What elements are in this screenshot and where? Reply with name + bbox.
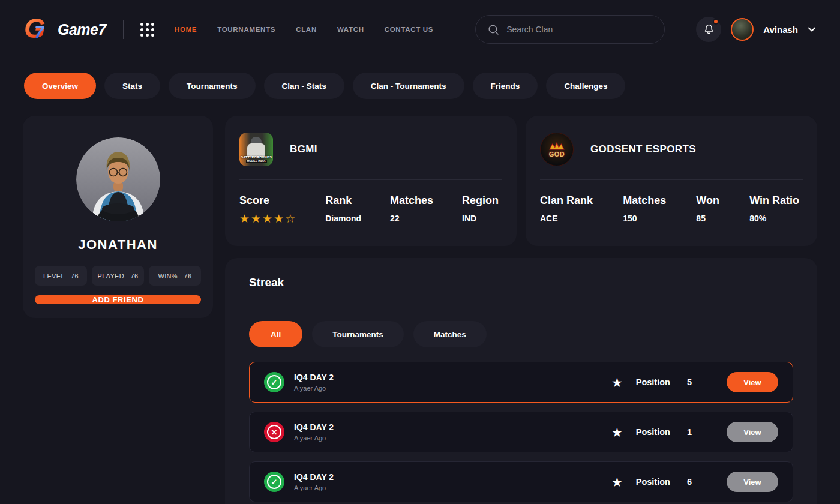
filter-matches[interactable]: Matches	[413, 321, 487, 347]
nav-link-clan[interactable]: CLAN	[296, 26, 317, 33]
notifications-button[interactable]	[696, 17, 721, 42]
filter-all[interactable]: All	[249, 321, 302, 347]
position-value: 5	[687, 377, 692, 387]
brand-wordmark: Game7	[58, 21, 106, 38]
stat-label: Matches	[623, 194, 666, 207]
position-label: Position	[636, 477, 670, 487]
clan-stats-card: GOD GODSENT ESPORTS Clan RankACEMatches1…	[526, 116, 817, 246]
stat-label: Won	[696, 194, 719, 207]
tab-clan-stats[interactable]: Clan - Stats	[264, 73, 344, 99]
nav-links: HOMETOURNAMENTSCLANWATCHCONTACT US	[175, 26, 433, 33]
chevron-down-icon[interactable]	[808, 26, 816, 32]
add-friend-button[interactable]: ADD FRIEND	[35, 295, 201, 304]
tab-tournaments[interactable]: Tournaments	[169, 73, 256, 99]
search-input[interactable]	[506, 25, 652, 34]
stat-value: 80%	[749, 214, 799, 223]
clan-logo-icon: GOD	[540, 133, 574, 166]
game-title: BGMI	[290, 143, 317, 155]
streak-item-title: IQ4 DAY 2	[294, 472, 334, 482]
tab-friends[interactable]: Friends	[473, 73, 538, 99]
nav-link-tournaments[interactable]: TOURNAMENTS	[217, 26, 275, 33]
divider	[540, 179, 803, 180]
view-button[interactable]: View	[727, 422, 778, 442]
tab-challenges[interactable]: Challenges	[546, 73, 625, 99]
stat-value: ACE	[540, 214, 593, 223]
stat-cards-row: BATTLEGROUNDS MOBILE INDIA BGMI Score★★★…	[225, 116, 817, 246]
stat-clan-rank: Clan RankACE	[540, 194, 593, 223]
user-avatar[interactable]	[731, 18, 754, 41]
stat-badge-played: PLAYED - 76	[92, 266, 144, 286]
clan-card-header: GOD GODSENT ESPORTS	[540, 133, 803, 166]
tab-stats[interactable]: Stats	[104, 73, 160, 99]
star-rating-icon: ★★★★☆	[239, 212, 296, 226]
position-label: Position	[636, 377, 670, 387]
game-stats-row: Score★★★★☆RankDiamondMatches22RegionIND	[239, 194, 502, 226]
streak-item-text: IQ4 DAY 2 A yaer Ago	[294, 472, 334, 491]
divider	[249, 305, 793, 305]
stat-label: Matches	[390, 194, 433, 207]
tab-clan-tournaments[interactable]: Clan - Tournaments	[353, 73, 464, 99]
stat-badge-level: LEVEL - 76	[35, 266, 87, 286]
position-label: Position	[636, 427, 670, 437]
main-content: JONATHAN LEVEL - 76PLAYED - 76WIN% - 76 …	[0, 99, 840, 504]
game7-logo-icon: G 7	[24, 16, 52, 43]
apps-grid-icon[interactable]	[140, 23, 154, 37]
view-button[interactable]: View	[727, 472, 778, 492]
streak-list-item[interactable]: ✓ IQ4 DAY 2 A yaer Ago ★ Position 6 View	[249, 461, 793, 502]
top-navbar: G 7 Game7 HOMETOURNAMENTSCLANWATCHCONTAC…	[0, 0, 840, 59]
position-value: 1	[687, 427, 692, 437]
streak-list: ✓ IQ4 DAY 2 A yaer Ago ★ Position 5 View…	[249, 362, 793, 502]
stat-matches: Matches150	[623, 194, 666, 223]
notification-badge	[713, 19, 719, 25]
stat-badge-win: WIN% - 76	[149, 266, 201, 286]
streak-item-subtitle: A yaer Ago	[294, 385, 334, 392]
stat-value: Diamond	[325, 214, 361, 223]
player-profile-card: JONATHAN LEVEL - 76PLAYED - 76WIN% - 76 …	[23, 116, 213, 318]
nav-link-home[interactable]: HOME	[175, 26, 197, 33]
streak-item-subtitle: A yaer Ago	[294, 434, 334, 442]
streak-item-subtitle: A yaer Ago	[294, 484, 334, 491]
page-tabs: OverviewStatsTournamentsClan - StatsClan…	[0, 73, 840, 99]
streak-list-item[interactable]: ✕ IQ4 DAY 2 A yaer Ago ★ Position 1 View	[249, 412, 793, 452]
view-button[interactable]: View	[727, 372, 778, 392]
stat-label: Rank	[325, 194, 361, 207]
streak-item-title: IQ4 DAY 2	[294, 373, 334, 382]
player-badges: LEVEL - 76PLAYED - 76WIN% - 76	[35, 266, 201, 286]
nav-link-contact-us[interactable]: CONTACT US	[385, 26, 434, 33]
filter-tournaments[interactable]: Tournaments	[312, 321, 404, 347]
tab-overview[interactable]: Overview	[24, 73, 96, 99]
brand-logo[interactable]: G 7 Game7	[24, 16, 106, 43]
search-bar[interactable]	[475, 15, 665, 44]
header-divider	[123, 20, 124, 39]
loss-cross-icon: ✕	[264, 422, 284, 442]
nav-link-watch[interactable]: WATCH	[337, 26, 364, 33]
stat-label: Region	[462, 194, 499, 207]
win-check-icon: ✓	[264, 372, 284, 392]
crown-icon	[548, 142, 565, 151]
star-icon: ★	[611, 426, 623, 439]
streak-item-title: IQ4 DAY 2	[294, 422, 334, 432]
star-icon: ★	[611, 476, 623, 488]
streak-item-text: IQ4 DAY 2 A yaer Ago	[294, 373, 334, 392]
stat-value: 85	[696, 214, 719, 223]
right-column: BATTLEGROUNDS MOBILE INDIA BGMI Score★★★…	[225, 116, 817, 504]
bell-icon	[703, 23, 715, 36]
game-stats-card: BATTLEGROUNDS MOBILE INDIA BGMI Score★★★…	[225, 116, 517, 246]
header-right: Avinash	[696, 17, 816, 42]
stat-label: Win Ratio	[749, 194, 799, 207]
streak-card: Streak AllTournamentsMatches ✓ IQ4 DAY 2…	[225, 258, 817, 504]
stat-matches: Matches22	[390, 194, 433, 226]
stat-label: Clan Rank	[540, 194, 593, 207]
streak-item-text: IQ4 DAY 2 A yaer Ago	[294, 422, 334, 442]
streak-list-item[interactable]: ✓ IQ4 DAY 2 A yaer Ago ★ Position 5 View	[249, 362, 793, 403]
streak-title: Streak	[249, 276, 793, 289]
game-card-header: BATTLEGROUNDS MOBILE INDIA BGMI	[239, 133, 502, 166]
stat-rank: RankDiamond	[325, 194, 361, 226]
player-photo	[76, 137, 160, 221]
clan-title: GODSENT ESPORTS	[590, 143, 696, 155]
divider	[239, 179, 502, 180]
stat-value: 22	[390, 214, 433, 223]
user-name: Avinash	[763, 25, 798, 35]
stat-region: RegionIND	[462, 194, 499, 226]
stat-won: Won85	[696, 194, 719, 223]
